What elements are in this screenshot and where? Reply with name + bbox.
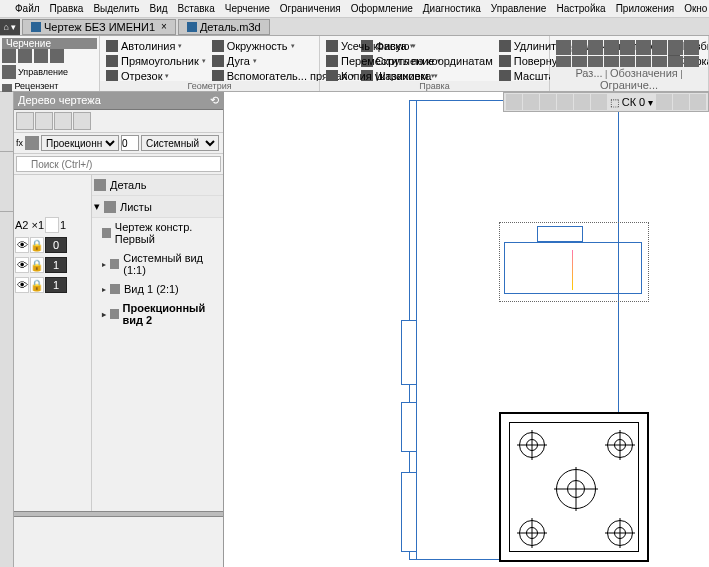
menu-settings[interactable]: Настройка: [551, 3, 610, 14]
search-input[interactable]: [16, 156, 221, 172]
tool-icon[interactable]: [668, 40, 683, 55]
titleblock-cell: [401, 320, 417, 385]
canvas-tool-icon[interactable]: [506, 94, 522, 110]
bottom-panel: [14, 517, 223, 567]
menu-drawing[interactable]: Черчение: [220, 3, 275, 14]
panel-header: Дерево чертежа ⟲: [14, 92, 223, 110]
view-icon: [110, 309, 119, 319]
view-icon: [25, 136, 39, 150]
cs-select[interactable]: ⬚ СК 0 ▾: [608, 96, 655, 108]
drawing-canvas[interactable]: ⬚ СК 0 ▾: [224, 92, 709, 567]
ribbon-group-geometry: Автолиния▾ Прямоугольник▾ Отрезок▾ Окруж…: [100, 36, 320, 91]
tree-sheets[interactable]: ▾Листы: [92, 196, 223, 218]
tab-drawing[interactable]: Чертеж БЕЗ ИМЕНИ1 ×: [22, 19, 176, 35]
extend-icon: [499, 40, 511, 52]
tool-icon[interactable]: [636, 40, 651, 55]
layer-select[interactable]: Системный слой: [141, 135, 219, 151]
scale-icon: [499, 70, 511, 82]
menu-insert[interactable]: Вставка: [173, 3, 220, 14]
titleblock-cell: [401, 472, 417, 552]
menu-constraints[interactable]: Ограничения: [275, 3, 346, 14]
part-outline: [499, 412, 649, 562]
trim-button[interactable]: Усечь кривую▾: [324, 38, 495, 53]
tool-icon[interactable]: [620, 40, 635, 55]
rotate-icon: [499, 55, 511, 67]
canvas-tool-icon[interactable]: [656, 94, 672, 110]
tree-view-item-active[interactable]: ▸Проекционный вид 2: [92, 299, 223, 330]
close-icon[interactable]: ×: [161, 21, 167, 32]
view-row[interactable]: 👁🔒1: [14, 275, 91, 295]
titleblock-cell: [401, 402, 417, 452]
new-icon[interactable]: [2, 49, 16, 63]
canvas-tool-icon[interactable]: [540, 94, 556, 110]
toolbar-icon[interactable]: [54, 112, 72, 130]
side-tab[interactable]: [0, 152, 13, 212]
toolbar-icon[interactable]: [73, 112, 91, 130]
home-tab-icon[interactable]: ⌂ ▾: [0, 19, 20, 35]
arc-icon: [212, 55, 224, 67]
search-row: [14, 154, 223, 175]
canvas-tool-icon[interactable]: [591, 94, 607, 110]
layer-num-input[interactable]: [121, 135, 139, 151]
rectangle-button[interactable]: Прямоугольник▾: [104, 53, 208, 68]
auxline-icon: [212, 70, 224, 82]
side-tabs: [0, 92, 14, 567]
menu-view[interactable]: Вид: [145, 3, 173, 14]
toolbar-icon[interactable]: [35, 112, 53, 130]
tool-icon[interactable]: [652, 40, 667, 55]
menubar: Файл Правка Выделить Вид Вставка Черчени…: [0, 0, 709, 18]
view-row[interactable]: 👁🔒0: [14, 235, 91, 255]
menu-file[interactable]: Файл: [10, 3, 45, 14]
hole-icon: [519, 520, 545, 546]
menu-diagnostics[interactable]: Диагностика: [418, 3, 486, 14]
rectangle-icon: [106, 55, 118, 67]
canvas-tool-icon[interactable]: [574, 94, 590, 110]
tree-view-item[interactable]: ▸Вид 1 (2:1): [92, 280, 223, 299]
open-icon[interactable]: [18, 49, 32, 63]
menu-edit[interactable]: Правка: [45, 3, 89, 14]
sheets-icon: [104, 201, 116, 213]
canvas-tool-icon[interactable]: [690, 94, 706, 110]
tool-icon[interactable]: [588, 40, 603, 55]
tool-icon[interactable]: [556, 40, 571, 55]
toolbar-icon[interactable]: [16, 112, 34, 130]
group-label: Правка: [320, 81, 549, 91]
tool-icon[interactable]: [604, 40, 619, 55]
paper-row[interactable]: A2 ×11: [14, 215, 91, 235]
canvas-tool-icon[interactable]: [673, 94, 689, 110]
tab-part[interactable]: Деталь.m3d: [178, 19, 270, 35]
menu-window[interactable]: Окно: [679, 3, 709, 14]
print-icon[interactable]: [50, 49, 64, 63]
drawing-doc-icon: [31, 22, 41, 32]
save-icon[interactable]: [34, 49, 48, 63]
checkbox[interactable]: [45, 217, 59, 233]
canvas-toolbar: ⬚ СК 0 ▾: [503, 92, 709, 112]
tree-root[interactable]: Деталь: [92, 175, 223, 196]
move-button[interactable]: Переместить по координатам: [324, 53, 495, 68]
menu-manage[interactable]: Управление: [486, 3, 552, 14]
tree-column: Деталь ▾Листы Чертеж констр. Первый ▸Сис…: [92, 175, 223, 511]
pin-icon[interactable]: ⟲: [210, 94, 219, 107]
circle-icon: [212, 40, 224, 52]
tool-icon[interactable]: [684, 40, 699, 55]
tree-sheet-item[interactable]: Чертеж констр. Первый: [92, 218, 223, 249]
manage-icon[interactable]: [2, 65, 16, 79]
group-labels: Раз... | Обозначения | Ограниче...: [550, 67, 708, 91]
menu-select[interactable]: Выделить: [88, 3, 144, 14]
tree-view-item[interactable]: ▸Системный вид (1:1): [92, 249, 223, 280]
tree-panel: Дерево чертежа ⟲ fx Проекционный... Сист…: [14, 92, 224, 567]
part-icon: [94, 179, 106, 191]
menu-format[interactable]: Оформление: [346, 3, 418, 14]
canvas-tool-icon[interactable]: [557, 94, 573, 110]
document-tabs: ⌂ ▾ Чертеж БЕЗ ИМЕНИ1 × Деталь.m3d: [0, 18, 709, 36]
tool-icon[interactable]: [572, 40, 587, 55]
ribbon-group-edit: Усечь кривую▾ Переместить по координатам…: [320, 36, 550, 91]
hole-icon: [556, 469, 596, 509]
view-select[interactable]: Проекционный...: [41, 135, 119, 151]
view-row[interactable]: 👁🔒1: [14, 255, 91, 275]
canvas-tool-icon[interactable]: [523, 94, 539, 110]
menu-apps[interactable]: Приложения: [611, 3, 680, 14]
side-tab[interactable]: [0, 92, 13, 152]
ribbon-item[interactable]: Управление: [18, 67, 68, 77]
autoline-button[interactable]: Автолиния▾: [104, 38, 208, 53]
